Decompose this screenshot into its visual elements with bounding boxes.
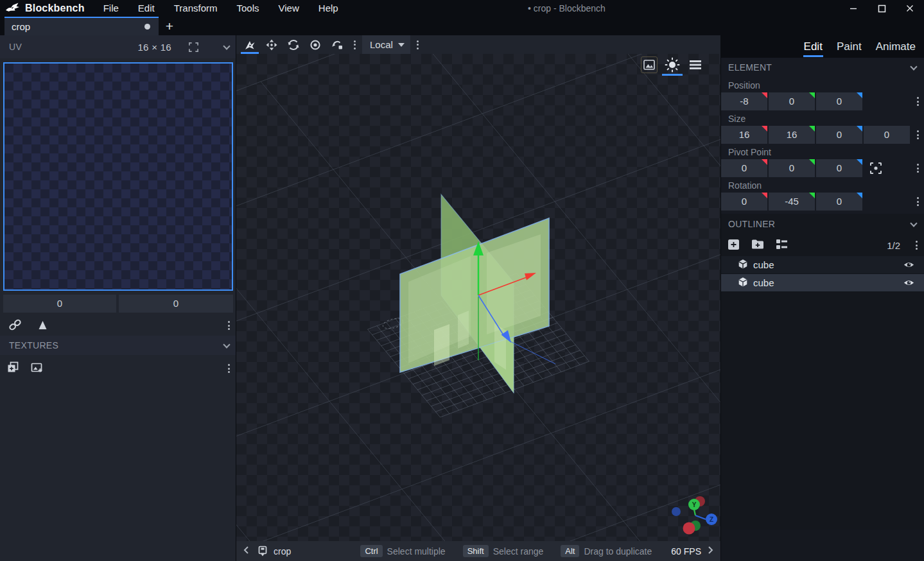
vertex-snap-tool-icon[interactable] <box>326 35 348 54</box>
status-bar: crop Ctrl Select multiple Shift Select r… <box>236 541 720 561</box>
outliner-toolbar: 1/2 <box>721 234 924 256</box>
tab-edit[interactable]: Edit <box>803 38 823 56</box>
element-panel-title: ELEMENT <box>728 62 772 73</box>
visibility-eye-icon[interactable] <box>903 277 915 291</box>
position-menu-icon[interactable] <box>917 97 919 106</box>
chevron-down-icon <box>398 43 405 47</box>
uv-panel-menu-icon[interactable] <box>207 44 216 49</box>
position-y-field[interactable]: 0 <box>769 92 815 110</box>
rotation-x-field[interactable]: 0 <box>721 193 767 211</box>
menu-edit[interactable]: Edit <box>128 0 164 17</box>
pivot-tool-icon[interactable] <box>304 35 326 54</box>
uv-editor-canvas[interactable] <box>3 62 233 291</box>
status-next-icon[interactable] <box>708 546 714 557</box>
tab-modified-indicator[interactable] <box>144 24 150 30</box>
nav-axis-gizmo[interactable]: Y Z <box>672 496 717 535</box>
viewport: Local <box>236 35 720 561</box>
toolbar-menu-icon[interactable] <box>348 35 361 54</box>
textures-toolbar-menu-icon[interactable] <box>228 364 230 373</box>
format-prev-icon[interactable] <box>243 546 249 557</box>
visibility-eye-icon[interactable] <box>903 259 915 273</box>
element-panel-collapse-icon[interactable] <box>911 66 916 69</box>
textures-panel-collapse-icon[interactable] <box>224 344 229 347</box>
element-properties: Position -8 0 0 Size 16 16 0 0 Pivot Poi… <box>721 77 924 214</box>
axis-neg-z-ball[interactable] <box>672 507 681 516</box>
app-name: Blockbench <box>25 3 85 14</box>
size-label: Size <box>721 110 924 126</box>
outliner-item-cube-0[interactable]: cube <box>721 256 924 274</box>
toggle-list-icon[interactable] <box>776 239 788 252</box>
menu-view[interactable]: View <box>269 0 309 17</box>
toolbar-menu2-icon[interactable] <box>412 35 424 54</box>
pivot-y-field[interactable]: 0 <box>769 159 815 177</box>
uv-frame-icon[interactable] <box>188 42 199 53</box>
size-menu-icon[interactable] <box>917 130 919 139</box>
new-tab-button[interactable]: + <box>159 17 180 35</box>
link-uv-icon[interactable] <box>8 318 22 333</box>
center-pivot-icon[interactable] <box>869 159 883 177</box>
app-logo: Blockbench <box>0 2 89 15</box>
blockbench-logo-icon <box>5 2 21 15</box>
uv-panel-header: UV 16 × 16 <box>0 35 236 58</box>
background-image-icon[interactable] <box>641 56 658 73</box>
rotation-z-field[interactable]: 0 <box>816 193 862 211</box>
hint-text: Drag to duplicate <box>584 546 652 557</box>
position-row: -8 0 0 <box>721 92 924 110</box>
position-z-field[interactable]: 0 <box>816 92 862 110</box>
tab-animate[interactable]: Animate <box>875 38 916 56</box>
outliner-item-name[interactable]: cube <box>753 277 774 288</box>
rotation-y-field[interactable]: -45 <box>769 193 815 211</box>
element-panel-menu-icon[interactable] <box>894 65 903 70</box>
create-texture-icon[interactable] <box>6 361 20 376</box>
pivot-x-field[interactable]: 0 <box>721 159 767 177</box>
tab-crop[interactable]: crop <box>4 17 159 35</box>
menu-file[interactable]: File <box>94 0 128 17</box>
lighting-sun-icon[interactable] <box>664 56 681 73</box>
uv-toolbar-menu-icon[interactable] <box>228 321 230 330</box>
size-y-field[interactable]: 16 <box>769 126 815 144</box>
pivot-menu-icon[interactable] <box>917 164 919 173</box>
tab-paint[interactable]: Paint <box>836 38 862 56</box>
uv-panel-title: UV <box>9 42 22 52</box>
outliner-panel-menu-icon[interactable] <box>894 221 903 227</box>
pivot-z-field[interactable]: 0 <box>816 159 862 177</box>
window-controls <box>839 0 924 17</box>
outliner-item-name[interactable]: cube <box>753 259 774 270</box>
size-inflate-field[interactable]: 0 <box>864 126 910 144</box>
rotate-tool-icon[interactable] <box>283 35 304 54</box>
uv-offset-y-field[interactable]: 0 <box>119 295 233 313</box>
add-cube-icon[interactable] <box>728 239 740 252</box>
move-tool-icon[interactable] <box>261 35 283 54</box>
maximize-icon[interactable] <box>867 0 896 17</box>
axis-x-ball[interactable] <box>683 522 695 535</box>
outliner-menu-icon[interactable] <box>916 241 918 250</box>
menu-help[interactable]: Help <box>309 0 348 17</box>
key-ctrl: Ctrl <box>360 545 382 557</box>
left-panel: UV 16 × 16 0 0 TEXTURES <box>0 35 236 561</box>
textures-panel-title: TEXTURES <box>9 340 58 350</box>
menu-tools[interactable]: Tools <box>227 0 269 17</box>
menu-transform[interactable]: Transform <box>164 0 227 17</box>
uv-offset-x-field[interactable]: 0 <box>3 295 116 313</box>
viewport-menu-icon[interactable] <box>687 56 704 73</box>
size-z-field[interactable]: 0 <box>816 126 862 144</box>
close-icon[interactable] <box>896 0 924 17</box>
size-x-field[interactable]: 16 <box>721 126 767 144</box>
transform-space-dropdown[interactable]: Local <box>362 35 410 54</box>
uv-resolution[interactable]: 16 × 16 <box>137 42 171 53</box>
viewport-corner-controls <box>641 56 704 73</box>
mirror-uv-icon[interactable] <box>37 319 49 332</box>
minimize-icon[interactable] <box>839 0 867 17</box>
textures-panel-menu-icon[interactable] <box>207 343 216 348</box>
outliner-panel-collapse-icon[interactable] <box>911 223 916 226</box>
outliner-item-cube-1[interactable]: cube <box>721 274 924 292</box>
select-tool-icon[interactable] <box>239 35 261 54</box>
rotation-menu-icon[interactable] <box>917 197 919 206</box>
add-group-icon[interactable] <box>751 239 764 252</box>
import-texture-icon[interactable] <box>30 362 44 375</box>
transform-space-value: Local <box>370 39 393 50</box>
uv-panel-collapse-icon[interactable] <box>224 46 229 49</box>
position-x-field[interactable]: -8 <box>721 92 767 110</box>
right-panel: Edit Paint Animate ELEMENT Position -8 0… <box>720 35 924 561</box>
viewport-canvas[interactable]: Y Z <box>236 54 720 541</box>
